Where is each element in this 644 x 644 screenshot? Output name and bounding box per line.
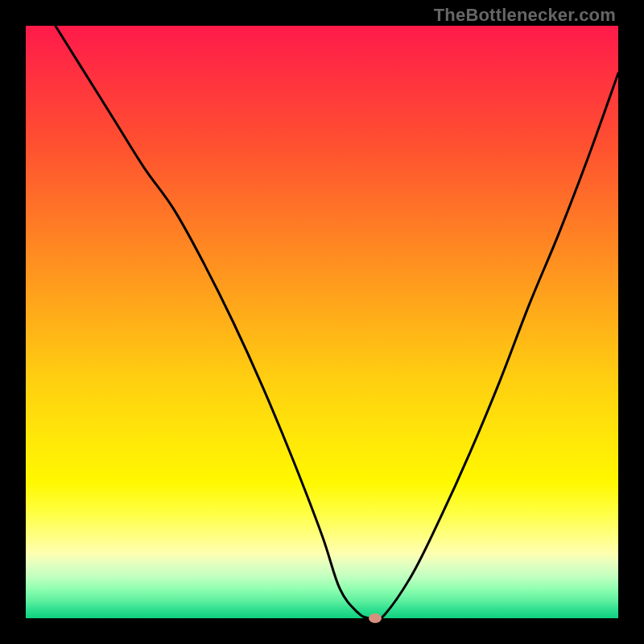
watermark-text: TheBottlenecker.com <box>434 5 616 26</box>
chart-container: TheBottlenecker.com <box>0 0 644 644</box>
plot-area <box>26 26 618 618</box>
bottleneck-curve-line <box>56 26 618 618</box>
optimal-point-marker <box>369 613 382 623</box>
curve-svg <box>26 26 618 618</box>
